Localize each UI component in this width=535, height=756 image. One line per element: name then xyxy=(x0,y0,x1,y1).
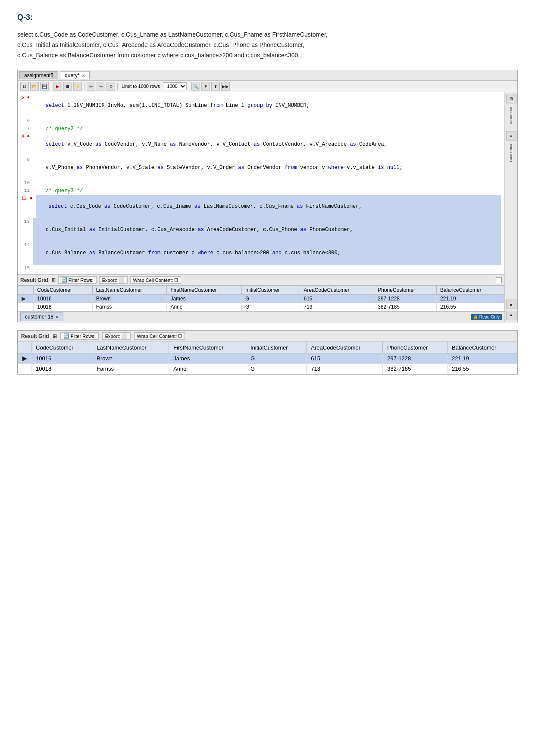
enlarged-export-label: Export: xyxy=(105,334,120,339)
execute-btn[interactable]: ▶ xyxy=(53,82,62,91)
stop-btn[interactable]: ⏹ xyxy=(63,82,72,91)
wrap-cell-btn[interactable]: Wrap Cell Content: ⊡ xyxy=(130,276,181,284)
collapse-btn[interactable] xyxy=(496,277,502,283)
enlarged-td-last-1: Brown xyxy=(92,353,169,364)
form-editor-side-label: Form Editor xyxy=(509,144,513,162)
line-content-14: c.Cus_Balance as BalanceCustomer from cu… xyxy=(33,241,501,265)
code-line-15: 15 xyxy=(21,265,501,272)
bottom-tab-customer[interactable]: customer 18 ✕ xyxy=(20,312,63,321)
code-line-11: 11 /* query3 */ xyxy=(21,187,501,195)
enlarged-th-last: LastNameCustomer xyxy=(92,342,169,353)
new-file-btn[interactable]: 🗋 xyxy=(20,82,29,91)
down-arrow-btn[interactable]: ▼ xyxy=(506,311,516,320)
filter-rows-btn[interactable]: 🔄 Filter Rows: xyxy=(58,276,97,284)
enlarged-th-area: AreaCodeCustomer xyxy=(307,342,383,353)
table-row[interactable]: 10018 Farriss Anne G 713 382-7185 216.55 xyxy=(18,303,504,311)
redo-btn[interactable]: ↪ xyxy=(97,82,105,91)
th-code-customer: CodeCustomer xyxy=(34,286,92,295)
td-initial-2: G xyxy=(242,303,300,311)
td-phone-2: 382-7185 xyxy=(374,303,437,311)
right-icons-panel: ⊞ Result Grid ≡ Form Editor ▲ ▼ xyxy=(504,92,517,322)
enlarged-td-balance-2: 216.55 xyxy=(447,364,517,374)
row-arrow-2 xyxy=(18,303,34,311)
sep3 xyxy=(117,83,118,90)
search-btn[interactable]: 🔍 xyxy=(191,82,200,91)
bottom-tab-bar: customer 18 ✕ 🔒 Read Only xyxy=(18,311,504,322)
tab-assignment5-label: assignment5 xyxy=(24,72,53,78)
sep1 xyxy=(51,83,51,90)
form-editor-icon-btn[interactable]: ≡ xyxy=(506,131,516,141)
code-line-13: 13 c.Cus_Initial as InitialCustomer, c.C… xyxy=(21,218,501,241)
td-area-1: 615 xyxy=(300,295,374,303)
enlarged-td-first-1: James xyxy=(169,353,246,364)
line-content-8: select v.V_Code as CodeVendor, v.V_Name … xyxy=(33,133,501,156)
line-content-13: c.Cus_Initial as InitialCustomer, c.Cus_… xyxy=(33,218,501,241)
enlarged-export-btn[interactable]: Export: ⬜ xyxy=(102,332,131,340)
enlarged-wrap-btn[interactable]: Wrap Cell Content: ⊡ xyxy=(134,332,185,340)
enlarged-grid-icon: ⊞ xyxy=(53,333,57,339)
line-num-8: 8 ● xyxy=(21,133,30,156)
enlarged-filter-btn[interactable]: 🔄 Filter Rows: xyxy=(60,332,99,340)
sql-code-area[interactable]: 5 ● select l.INV_NUMBER InvNo, sum(l.LIN… xyxy=(18,92,504,275)
th-arrow xyxy=(18,286,34,295)
run-all-btn[interactable]: ▶▶ xyxy=(221,82,230,91)
up-arrow-btn[interactable]: ▲ xyxy=(506,300,516,309)
limit-select[interactable]: 1000 500 200 xyxy=(163,82,187,90)
tab-query-close[interactable]: ✕ xyxy=(81,73,85,78)
sep4 xyxy=(189,83,189,90)
enlarged-td-initial-2: G xyxy=(246,364,307,374)
line-content-7: /* query2 */ xyxy=(33,125,501,133)
enlarged-td-area-1: 615 xyxy=(307,353,383,364)
result-toolbar: Result Grid ⊞ 🔄 Filter Rows: Export: ⬜ W… xyxy=(18,275,504,285)
line-num-6: 6 xyxy=(21,117,30,125)
description-text: select c.Cus_Code as CodeCustomer, c.Cus… xyxy=(17,30,405,60)
tab-query-label: query* xyxy=(65,72,80,78)
result-grid-label: Result Grid xyxy=(20,277,48,283)
enlarged-filter-icon: 🔄 xyxy=(63,333,69,339)
filter-btn[interactable]: ▼ xyxy=(201,82,210,91)
grid-icon-small: ⊞ xyxy=(52,277,56,283)
td-balance-1: 221.19 xyxy=(437,295,504,303)
exec-current-btn[interactable]: ⚡ xyxy=(73,82,82,91)
line-num-13: 13 xyxy=(21,218,30,241)
limit-label: Limit to 1000 rows xyxy=(122,84,160,89)
code-line-10: 10 xyxy=(21,179,501,187)
enlarged-wrap-label: Wrap Cell Content: xyxy=(137,334,177,339)
sort-btn[interactable]: ⬆ xyxy=(211,82,220,91)
tab-query[interactable]: query* ✕ xyxy=(60,71,90,79)
enlarged-table-row[interactable]: ▶ 10016 Brown James G 615 297-1228 221.1… xyxy=(18,353,517,364)
code-line-6: 6 xyxy=(21,117,501,125)
export-btn[interactable]: Export: ⬜ xyxy=(99,276,128,284)
enlarged-td-area-2: 713 xyxy=(307,364,383,374)
table-row[interactable]: ▶ 10016 Brown James G 615 297-1228 221.1… xyxy=(18,295,504,303)
row-arrow-1: ▶ xyxy=(18,295,34,303)
th-balance: BalanceCustomer xyxy=(437,286,504,295)
enlarged-table-row[interactable]: 10018 Farriss Anne G 713 382-7185 216.55 xyxy=(18,364,517,374)
enlarged-td-initial-1: G xyxy=(246,353,307,364)
result-grid-side-label: Result Grid xyxy=(509,107,513,124)
enlarged-th-code: CodeCustomer xyxy=(31,342,92,353)
export-label: Export: xyxy=(102,278,117,283)
result-grid-area: Result Grid ⊞ 🔄 Filter Rows: Export: ⬜ W… xyxy=(18,275,504,311)
th-initial: InitialCustomer xyxy=(242,286,300,295)
result-grid-icon-btn[interactable]: ⊞ xyxy=(506,94,516,103)
enlarged-filter-label: Filter Rows: xyxy=(71,334,96,339)
td-phone-1: 297-1228 xyxy=(374,295,437,303)
table-header-row: CodeCustomer LastNameCustomer FirstNameC… xyxy=(18,286,504,295)
td-last-2: Farriss xyxy=(92,303,167,311)
bottom-tab-close[interactable]: ✕ xyxy=(55,315,59,319)
th-first-name: FirstNameCustomer xyxy=(167,286,242,295)
tab-assignment5[interactable]: assignment5 xyxy=(19,71,58,79)
desc-line-1: select c.Cus_Code as CodeCustomer, c.Cus… xyxy=(17,31,328,38)
save-btn[interactable]: 💾 xyxy=(40,82,49,91)
line-content-11: /* query3 */ xyxy=(33,187,501,195)
open-btn[interactable]: 📂 xyxy=(30,82,39,91)
line-content-5: select l.INV_NUMBER InvNo, sum(l.LINE_TO… xyxy=(33,94,501,117)
format-btn[interactable]: ⚙ xyxy=(106,82,115,91)
sep2 xyxy=(84,83,84,90)
td-code-1: 10016 xyxy=(34,295,92,303)
code-line-9: 9 v.V_Phone as PhoneVendor, v.V_State as… xyxy=(21,156,501,179)
undo-btn[interactable]: ↩ xyxy=(87,82,95,91)
line-content-9: v.V_Phone as PhoneVendor, v.V_State as S… xyxy=(33,156,501,179)
td-initial-1: G xyxy=(242,295,300,303)
